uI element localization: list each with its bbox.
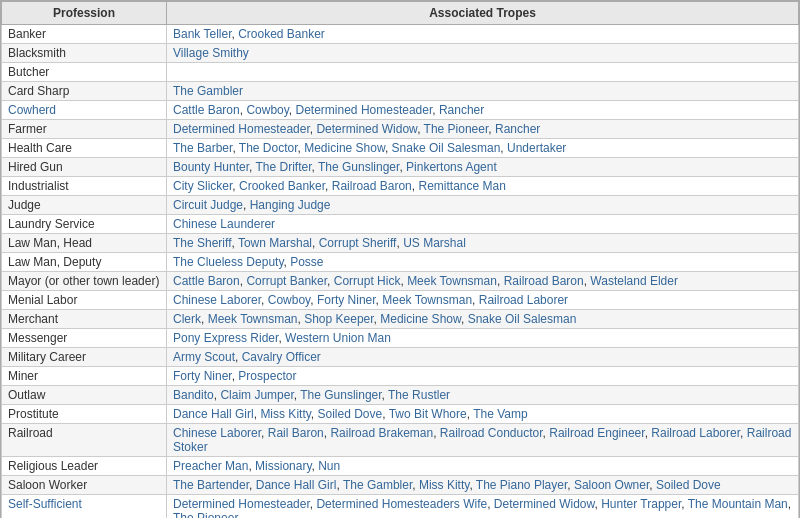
- trope-link[interactable]: Town Marshal: [238, 236, 312, 250]
- trope-link[interactable]: Chinese Laborer: [173, 293, 261, 307]
- trope-link[interactable]: Determined Widow: [494, 497, 595, 511]
- trope-link[interactable]: Determined Homesteader: [296, 103, 433, 117]
- trope-link[interactable]: Dance Hall Girl: [173, 407, 254, 421]
- trope-link[interactable]: Shop Keeper: [304, 312, 373, 326]
- trope-link[interactable]: Railroad Laborer: [651, 426, 740, 440]
- trope-link[interactable]: Determined Homesteaders Wife: [316, 497, 487, 511]
- trope-link[interactable]: Crooked Banker: [238, 27, 325, 41]
- trope-link[interactable]: Soiled Dove: [656, 478, 721, 492]
- table-row: MinerForty Niner, Prospector: [2, 367, 799, 386]
- trope-link[interactable]: Preacher Man: [173, 459, 248, 473]
- trope-link[interactable]: The Gambler: [343, 478, 412, 492]
- trope-link[interactable]: Western Union Man: [285, 331, 391, 345]
- trope-link[interactable]: Railroad Laborer: [479, 293, 568, 307]
- trope-link[interactable]: Railroad Baron: [504, 274, 584, 288]
- trope-link[interactable]: Meek Townsman: [208, 312, 298, 326]
- trope-link[interactable]: The Mountain Man: [688, 497, 788, 511]
- trope-link[interactable]: Army Scout: [173, 350, 235, 364]
- table-row: Self-SufficientDetermined Homesteader, D…: [2, 495, 799, 519]
- trope-link[interactable]: The Gunslinger: [300, 388, 381, 402]
- trope-link[interactable]: Rancher: [439, 103, 484, 117]
- trope-link[interactable]: The Pioneer: [424, 122, 489, 136]
- trope-link[interactable]: Posse: [290, 255, 323, 269]
- trope-link[interactable]: Rail Baron: [268, 426, 324, 440]
- trope-link[interactable]: Pony Express Rider: [173, 331, 278, 345]
- trope-link[interactable]: The Drifter: [256, 160, 312, 174]
- trope-link[interactable]: The Gunslinger: [318, 160, 399, 174]
- trope-link[interactable]: Hanging Judge: [250, 198, 331, 212]
- trope-link[interactable]: Nun: [318, 459, 340, 473]
- trope-link[interactable]: Forty Niner: [173, 369, 232, 383]
- trope-link[interactable]: Circuit Judge: [173, 198, 243, 212]
- trope-link[interactable]: Railroad Engineer: [549, 426, 644, 440]
- trope-link[interactable]: Bank Teller: [173, 27, 231, 41]
- trope-link[interactable]: The Vamp: [473, 407, 527, 421]
- trope-link[interactable]: Dance Hall Girl: [256, 478, 337, 492]
- trope-link[interactable]: Forty Niner: [317, 293, 376, 307]
- trope-link[interactable]: The Clueless Deputy: [173, 255, 284, 269]
- tropes-cell: Chinese Launderer: [167, 215, 799, 234]
- trope-link[interactable]: Bounty Hunter: [173, 160, 249, 174]
- profession-link[interactable]: Cowherd: [8, 103, 56, 117]
- trope-link[interactable]: Bandito: [173, 388, 214, 402]
- trope-link[interactable]: US Marshal: [403, 236, 466, 250]
- trope-link[interactable]: Snake Oil Salesman: [392, 141, 501, 155]
- table-row: JudgeCircuit Judge, Hanging Judge: [2, 196, 799, 215]
- trope-link[interactable]: Cowboy: [268, 293, 310, 307]
- trope-link[interactable]: Corrupt Sheriff: [319, 236, 397, 250]
- trope-link[interactable]: Railroad Conductor: [440, 426, 543, 440]
- trope-link[interactable]: Soiled Dove: [318, 407, 383, 421]
- trope-link[interactable]: Medicine Show: [304, 141, 385, 155]
- trope-link[interactable]: Railroad Baron: [332, 179, 412, 193]
- trope-link[interactable]: The Bartender: [173, 478, 249, 492]
- trope-link[interactable]: Corrupt Banker: [246, 274, 327, 288]
- trope-link[interactable]: Village Smithy: [173, 46, 249, 60]
- profession-link[interactable]: Self-Sufficient: [8, 497, 82, 511]
- trope-link[interactable]: The Sheriff: [173, 236, 231, 250]
- tropes-cell: Determined Homesteader, Determined Homes…: [167, 495, 799, 519]
- trope-link[interactable]: Prospector: [238, 369, 296, 383]
- table-row: Menial LaborChinese Laborer, Cowboy, For…: [2, 291, 799, 310]
- trope-link[interactable]: Chinese Launderer: [173, 217, 275, 231]
- trope-link[interactable]: The Barber: [173, 141, 232, 155]
- tropes-cell: Circuit Judge, Hanging Judge: [167, 196, 799, 215]
- trope-link[interactable]: Miss Kitty: [419, 478, 469, 492]
- trope-link[interactable]: Missionary: [255, 459, 311, 473]
- trope-link[interactable]: The Doctor: [239, 141, 298, 155]
- trope-link[interactable]: The Gambler: [173, 84, 243, 98]
- trope-link[interactable]: Remittance Man: [418, 179, 505, 193]
- trope-link[interactable]: Saloon Owner: [574, 478, 649, 492]
- trope-link[interactable]: City Slicker: [173, 179, 232, 193]
- trope-link[interactable]: Determined Homesteader: [173, 122, 310, 136]
- trope-link[interactable]: Undertaker: [507, 141, 566, 155]
- trope-link[interactable]: Medicine Show: [380, 312, 461, 326]
- trope-link[interactable]: Cavalry Officer: [242, 350, 321, 364]
- trope-link[interactable]: Railroad Brakeman: [330, 426, 433, 440]
- trope-link[interactable]: Claim Jumper: [220, 388, 293, 402]
- trope-link[interactable]: Corrupt Hick: [334, 274, 401, 288]
- trope-link[interactable]: Determined Homesteader: [173, 497, 310, 511]
- trope-link[interactable]: The Rustler: [388, 388, 450, 402]
- tropes-cell: Dance Hall Girl, Miss Kitty, Soiled Dove…: [167, 405, 799, 424]
- trope-link[interactable]: Hunter Trapper: [601, 497, 681, 511]
- table-row: OutlawBandito, Claim Jumper, The Gunslin…: [2, 386, 799, 405]
- trope-link[interactable]: Crooked Banker: [239, 179, 325, 193]
- trope-link[interactable]: Miss Kitty: [260, 407, 310, 421]
- table-row: Card SharpThe Gambler: [2, 82, 799, 101]
- trope-link[interactable]: Wasteland Elder: [590, 274, 678, 288]
- trope-link[interactable]: Rancher: [495, 122, 540, 136]
- trope-link[interactable]: The Pioneer: [173, 511, 238, 518]
- trope-link[interactable]: Cowboy: [246, 103, 288, 117]
- table-row: Law Man, HeadThe Sheriff, Town Marshal, …: [2, 234, 799, 253]
- trope-link[interactable]: The Piano Player: [476, 478, 567, 492]
- trope-link[interactable]: Snake Oil Salesman: [468, 312, 577, 326]
- trope-link[interactable]: Chinese Laborer: [173, 426, 261, 440]
- trope-link[interactable]: Meek Townsman: [382, 293, 472, 307]
- trope-link[interactable]: Pinkertons Agent: [406, 160, 497, 174]
- trope-link[interactable]: Clerk: [173, 312, 201, 326]
- trope-link[interactable]: Cattle Baron: [173, 103, 240, 117]
- trope-link[interactable]: Two Bit Whore: [389, 407, 467, 421]
- trope-link[interactable]: Cattle Baron: [173, 274, 240, 288]
- trope-link[interactable]: Determined Widow: [316, 122, 417, 136]
- trope-link[interactable]: Meek Townsman: [407, 274, 497, 288]
